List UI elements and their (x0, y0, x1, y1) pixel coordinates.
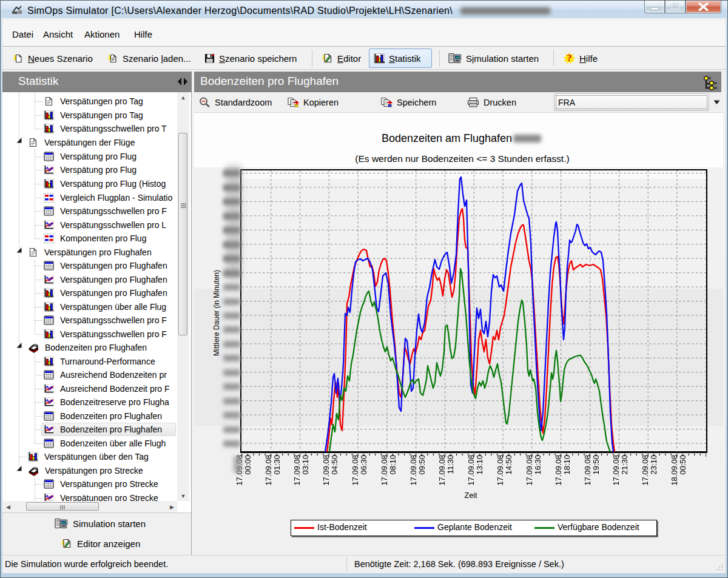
svg-text:?: ? (567, 53, 572, 63)
